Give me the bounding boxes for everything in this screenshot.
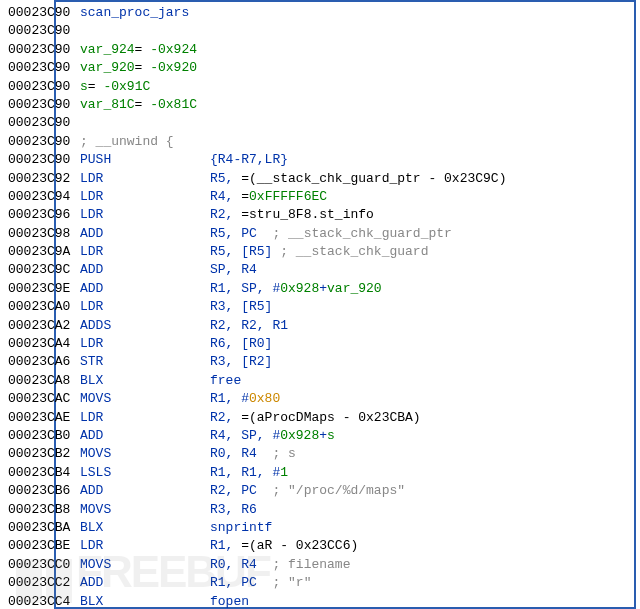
operands: free xyxy=(210,373,241,388)
operand-fragment: R2, xyxy=(210,410,241,425)
disasm-line[interactable]: 00023C90 xyxy=(8,114,634,132)
operands: R2, R2, R1 xyxy=(210,318,288,333)
operand-fragment: s xyxy=(327,428,335,443)
operand-fragment: = xyxy=(88,79,104,94)
operand-fragment: var_920 xyxy=(327,281,382,296)
address: 00023C9A xyxy=(8,243,80,261)
disasm-line[interactable]: 00023CBELDRR1, =(aR - 0x23CC6) xyxy=(8,537,634,555)
operand-fragment: 0x80 xyxy=(249,391,280,406)
operands: var_924= -0x924 xyxy=(80,42,197,57)
disasm-line[interactable]: 00023CB2MOVSR0, R4 ; s xyxy=(8,445,634,463)
operands: R2, PC ; "/proc/%d/maps" xyxy=(210,483,405,498)
disasm-line[interactable]: 00023C9ALDRR5, [R5] ; __stack_chk_guard xyxy=(8,243,634,261)
operand-fragment: -0x924 xyxy=(150,42,197,57)
disasm-line[interactable]: 00023CC4BLXfopen xyxy=(8,593,634,610)
operand-fragment: R5, [R5] xyxy=(210,244,280,259)
operands: var_81C= -0x81C xyxy=(80,97,197,112)
mnemonic: ADD xyxy=(80,574,210,592)
disasm-line[interactable]: 00023C90var_920= -0x920 xyxy=(8,59,634,77)
disasm-line[interactable]: 00023C90PUSH{R4-R7,LR} xyxy=(8,151,634,169)
operand-fragment: scan_proc_jars xyxy=(80,5,189,20)
mnemonic: LDR xyxy=(80,188,210,206)
operands: fopen xyxy=(210,594,249,609)
address: 00023CB2 xyxy=(8,445,80,463)
operand-fragment: {R4-R7,LR} xyxy=(210,152,288,167)
disasm-line[interactable]: 00023CC2ADDR1, PC ; "r" xyxy=(8,574,634,592)
operand-fragment: R4, xyxy=(210,189,241,204)
disasm-line[interactable]: 00023C90scan_proc_jars xyxy=(8,4,634,22)
disasm-line[interactable]: 00023CB4LSLSR1, R1, #1 xyxy=(8,464,634,482)
disasm-line[interactable]: 00023C96LDRR2, =stru_8F8.st_info xyxy=(8,206,634,224)
frame-border xyxy=(634,0,636,609)
disasm-line[interactable]: 00023CBABLXsnprintf xyxy=(8,519,634,537)
disasm-line[interactable]: 00023CA6STRR3, [R2] xyxy=(8,353,634,371)
disasm-line[interactable]: 00023CACMOVSR1, #0x80 xyxy=(8,390,634,408)
disasm-line[interactable]: 00023C90var_81C= -0x81C xyxy=(8,96,634,114)
operand-fragment: ; s xyxy=(272,446,295,461)
operand-fragment: free xyxy=(210,373,241,388)
mnemonic: LDR xyxy=(80,170,210,188)
frame-border xyxy=(54,0,636,2)
disasm-line[interactable]: 00023C90; __unwind { xyxy=(8,133,634,151)
disasm-line[interactable]: 00023C9CADDSP, R4 xyxy=(8,261,634,279)
operand-fragment: -0x920 xyxy=(150,60,197,75)
mnemonic: LDR xyxy=(80,206,210,224)
address: 00023C98 xyxy=(8,225,80,243)
address: 00023C90 xyxy=(8,59,80,77)
address: 00023CA2 xyxy=(8,317,80,335)
operand-fragment: SP, R4 xyxy=(210,262,257,277)
operand-fragment: ; __unwind { xyxy=(80,134,174,149)
operand-fragment: R3, [R5] xyxy=(210,299,272,314)
disasm-line[interactable]: 00023C90 xyxy=(8,22,634,40)
disasm-line[interactable]: 00023CA4LDRR6, [R0] xyxy=(8,335,634,353)
operand-fragment: =stru_8F8.st_info xyxy=(241,207,374,222)
operands: scan_proc_jars xyxy=(80,5,189,20)
address: 00023CC4 xyxy=(8,593,80,610)
disasm-line[interactable]: 00023C92LDRR5, =(__stack_chk_guard_ptr -… xyxy=(8,170,634,188)
disasm-line[interactable]: 00023CB8MOVSR3, R6 xyxy=(8,501,634,519)
disasm-line[interactable]: 00023C94LDRR4, =0xFFFFF6EC xyxy=(8,188,634,206)
disasm-line[interactable]: 00023C98ADDR5, PC ; __stack_chk_guard_pt… xyxy=(8,225,634,243)
address: 00023C94 xyxy=(8,188,80,206)
address: 00023CBE xyxy=(8,537,80,555)
disasm-line[interactable]: 00023CAELDRR2, =(aProcDMaps - 0x23CBA) xyxy=(8,409,634,427)
address: 00023CA0 xyxy=(8,298,80,316)
disasm-line[interactable]: 00023CA0LDRR3, [R5] xyxy=(8,298,634,316)
operands: {R4-R7,LR} xyxy=(210,152,288,167)
operands: var_920= -0x920 xyxy=(80,60,197,75)
operand-fragment: R0, R4 xyxy=(210,446,272,461)
operand-fragment: var_920 xyxy=(80,60,135,75)
operand-fragment: R3, R6 xyxy=(210,502,257,517)
mnemonic: LSLS xyxy=(80,464,210,482)
address: 00023C90 xyxy=(8,4,80,22)
address: 00023CA4 xyxy=(8,335,80,353)
operands: R3, R6 xyxy=(210,502,257,517)
operands: R2, =(aProcDMaps - 0x23CBA) xyxy=(210,410,421,425)
disasm-line[interactable]: 00023CC0MOVSR0, R4 ; filename xyxy=(8,556,634,574)
operand-fragment: 0xFFFFF6EC xyxy=(249,189,327,204)
mnemonic: MOVS xyxy=(80,556,210,574)
mnemonic: ADD xyxy=(80,280,210,298)
operands: R1, =(aR - 0x23CC6) xyxy=(210,538,358,553)
address: 00023CB4 xyxy=(8,464,80,482)
disasm-line[interactable]: 00023CB6ADDR2, PC ; "/proc/%d/maps" xyxy=(8,482,634,500)
disasm-line[interactable]: 00023C9EADDR1, SP, #0x928+var_920 xyxy=(8,280,634,298)
disasm-line[interactable]: 00023C90s= -0x91C xyxy=(8,78,634,96)
operands: s= -0x91C xyxy=(80,79,150,94)
operand-fragment: ; __stack_chk_guard_ptr xyxy=(272,226,451,241)
operand-fragment: var_924 xyxy=(80,42,135,57)
address: 00023C9C xyxy=(8,261,80,279)
operand-fragment: -0x81C xyxy=(150,97,197,112)
operand-fragment: + xyxy=(319,428,327,443)
disassembly-viewport: 00023C90scan_proc_jars00023C9000023C90va… xyxy=(0,0,640,609)
address: 00023C96 xyxy=(8,206,80,224)
disasm-line[interactable]: 00023C90var_924= -0x924 xyxy=(8,41,634,59)
operands: R6, [R0] xyxy=(210,336,272,351)
disasm-line[interactable]: 00023CB0ADDR4, SP, #0x928+s xyxy=(8,427,634,445)
operand-fragment: R1, R1, # xyxy=(210,465,280,480)
operand-fragment: ; "/proc/%d/maps" xyxy=(272,483,405,498)
disasm-line[interactable]: 00023CA2ADDSR2, R2, R1 xyxy=(8,317,634,335)
disassembly-listing[interactable]: 00023C90scan_proc_jars00023C9000023C90va… xyxy=(8,4,634,607)
operands: R1, #0x80 xyxy=(210,391,280,406)
disasm-line[interactable]: 00023CA8BLXfree xyxy=(8,372,634,390)
